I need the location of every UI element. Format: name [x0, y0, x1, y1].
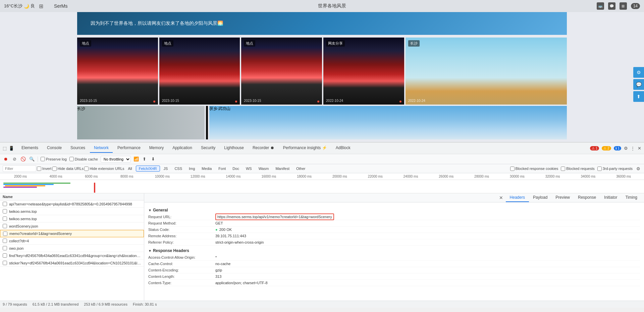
- blocked-cookies-label[interactable]: Blocked response cookies: [510, 167, 558, 171]
- filter-js-btn[interactable]: JS: [161, 166, 171, 172]
- preserve-log-checkbox[interactable]: [41, 157, 45, 161]
- filter-manifest-btn[interactable]: Manifest: [272, 166, 292, 172]
- photo-item-4[interactable]: 网友分享 2022-10-24: [323, 38, 404, 105]
- tab-performance[interactable]: Performance: [113, 143, 145, 153]
- filter-img-btn[interactable]: Img: [186, 166, 198, 172]
- req-check-8[interactable]: [3, 261, 7, 265]
- disable-cache-label[interactable]: Disable cache: [69, 157, 98, 161]
- filter-other-btn[interactable]: Other: [293, 166, 309, 172]
- request-row-6[interactable]: owo.json: [0, 245, 144, 252]
- request-row-3[interactable]: wordScenery.json: [0, 223, 144, 230]
- wifi-icon[interactable]: 📶: [133, 157, 139, 162]
- timeline-area[interactable]: 2000 ms 4000 ms 6000 ms 8000 ms 10000 ms…: [0, 173, 644, 193]
- name-column-header: Name: [3, 195, 13, 199]
- bus-icon[interactable]: 🚌: [597, 2, 604, 10]
- blocked-requests-label[interactable]: Blocked requests: [561, 167, 594, 171]
- req-check-2[interactable]: [3, 216, 7, 221]
- photo-item-1[interactable]: 地点 2023-10-15: [77, 38, 158, 105]
- search-btn[interactable]: 🔍: [29, 156, 35, 162]
- request-row-4[interactable]: memo?creatorId=1&tag=wordScenery: [0, 230, 144, 237]
- tab-perf-insights[interactable]: Performance insights ⚡: [279, 143, 331, 153]
- disable-cache-checkbox[interactable]: [69, 157, 74, 161]
- requests-list[interactable]: Name api?server=netease&type=playlist&id…: [0, 193, 144, 301]
- filter-doc-btn[interactable]: Doc: [229, 166, 242, 172]
- close-details-btn[interactable]: ✕: [496, 193, 506, 202]
- third-party-label[interactable]: 3rd-party requests: [597, 167, 633, 171]
- detail-tab-response[interactable]: Response: [574, 193, 600, 202]
- clear-btn[interactable]: 🚫: [20, 156, 26, 162]
- filter-css-btn[interactable]: CSS: [171, 166, 185, 172]
- device-icon[interactable]: 📱: [9, 146, 14, 151]
- tab-security[interactable]: Security: [197, 143, 219, 153]
- req-check-7[interactable]: [3, 253, 7, 258]
- notification-badge[interactable]: 14: [631, 3, 640, 9]
- import-icon[interactable]: ⬆: [142, 156, 148, 162]
- req-check-1[interactable]: [3, 209, 7, 213]
- request-row-1[interactable]: twikoo.serms.top: [0, 208, 144, 215]
- response-headers-section-header[interactable]: ▼ Response Headers: [148, 248, 640, 253]
- tab-sources[interactable]: Sources: [66, 143, 89, 153]
- settings-icon[interactable]: ⚙: [624, 146, 628, 151]
- stop-btn[interactable]: ⊘: [11, 156, 17, 162]
- grid2-icon[interactable]: ⊞: [620, 2, 627, 10]
- detail-tab-timing[interactable]: Timing: [621, 193, 641, 202]
- more-icon[interactable]: ⋮: [631, 146, 635, 151]
- third-party-checkbox[interactable]: [597, 167, 602, 171]
- inspect-icon[interactable]: ⬚: [3, 146, 7, 151]
- export-icon[interactable]: ⬇: [150, 156, 156, 162]
- detail-tab-headers[interactable]: Headers: [506, 193, 529, 202]
- tab-lighthouse[interactable]: Lighthouse: [220, 143, 248, 153]
- photo-item-3[interactable]: 地点 2023-10-15: [241, 38, 322, 105]
- filter-wasm-btn[interactable]: Wasm: [256, 166, 272, 172]
- filter-media-btn[interactable]: Media: [199, 166, 215, 172]
- detail-tab-initiator[interactable]: Initiator: [600, 193, 621, 202]
- filter-input[interactable]: [3, 165, 36, 172]
- sidebar-settings-btn[interactable]: ⚙: [633, 67, 644, 78]
- req-check-6[interactable]: [3, 246, 7, 250]
- request-row-2[interactable]: twikoo.serms.top: [0, 215, 144, 223]
- tab-application[interactable]: Application: [168, 143, 196, 153]
- throttle-select[interactable]: No throttling: [101, 156, 131, 163]
- filter-ws-btn[interactable]: WS: [243, 166, 255, 172]
- photo-item-row2-1[interactable]: 长沙: [77, 106, 205, 139]
- req-check-0[interactable]: [3, 202, 7, 206]
- invert-checkbox[interactable]: [37, 167, 41, 171]
- filter-all-btn[interactable]: All: [125, 166, 135, 172]
- detail-tab-payload[interactable]: Payload: [529, 193, 551, 202]
- chat-icon[interactable]: 💬: [608, 2, 615, 10]
- tab-network[interactable]: Network: [90, 143, 113, 153]
- filter-settings-icon[interactable]: ⚙: [635, 166, 641, 172]
- req-check-4[interactable]: [3, 232, 7, 236]
- invert-label[interactable]: Invert: [37, 167, 52, 171]
- detail-tab-preview[interactable]: Preview: [551, 193, 574, 202]
- photo-item-row2-2[interactable]: 茯乡·武功山: [209, 106, 567, 139]
- tab-console[interactable]: Console: [43, 143, 66, 153]
- request-row-8[interactable]: sticker?key=df245676fb434a0691ead1c63341…: [0, 259, 144, 267]
- blocked-requests-checkbox[interactable]: [561, 167, 565, 171]
- tab-adblock[interactable]: AdBlock: [332, 143, 355, 153]
- tab-memory[interactable]: Memory: [145, 143, 168, 153]
- hide-ext-urls-label[interactable]: Hide extension URLs: [84, 167, 124, 171]
- request-row-5[interactable]: collect?dt=4: [0, 237, 144, 245]
- photo-item-5[interactable]: 长沙 2022-10-24: [406, 38, 567, 105]
- sidebar-chat-btn[interactable]: 💬: [633, 79, 644, 90]
- tab-elements[interactable]: Elements: [17, 143, 42, 153]
- mark-36000: 36000 ms: [606, 175, 641, 178]
- sidebar-up-btn[interactable]: ⬆: [633, 91, 644, 102]
- request-row-7[interactable]: find?key=df245676fb434a0691ead1c63341cd9…: [0, 252, 144, 259]
- req-check-3[interactable]: [3, 224, 7, 228]
- record-btn[interactable]: ⏺: [3, 156, 9, 162]
- close-devtools-icon[interactable]: ✕: [638, 146, 641, 151]
- blocked-cookies-checkbox[interactable]: [510, 167, 515, 171]
- hide-data-urls-checkbox[interactable]: [52, 167, 57, 171]
- photo-item-2[interactable]: 地点 2023-10-15: [159, 38, 240, 105]
- general-section-header[interactable]: ▼ General: [148, 208, 640, 212]
- req-check-5[interactable]: [3, 239, 7, 243]
- filter-fetch-xhr-btn[interactable]: Fetch/XHR: [136, 166, 160, 172]
- request-row-0[interactable]: api?server=netease&type=playlist&id=8789…: [0, 200, 144, 208]
- filter-font-btn[interactable]: Font: [215, 166, 229, 172]
- tab-recorder[interactable]: Recorder ⏺: [249, 143, 278, 153]
- preserve-log-label[interactable]: Preserve log: [41, 157, 67, 161]
- hide-ext-urls-checkbox[interactable]: [84, 167, 89, 171]
- hide-data-urls-label[interactable]: Hide data URLs: [52, 167, 84, 171]
